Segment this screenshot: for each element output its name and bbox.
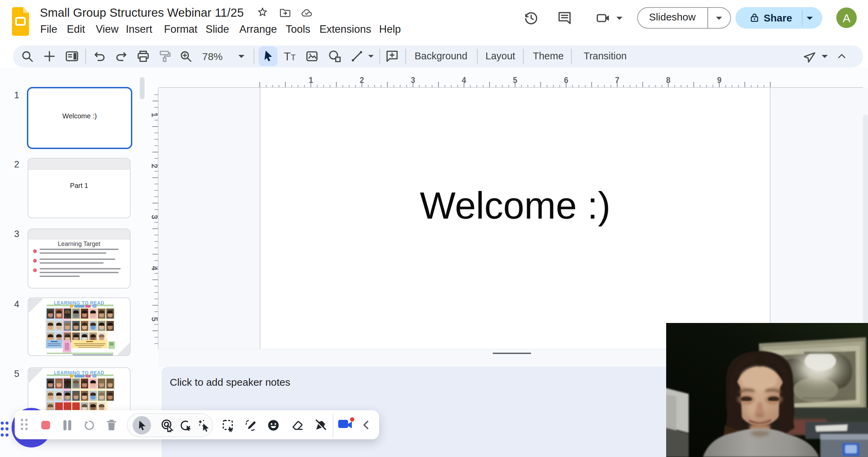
svg-text:8: 8: [666, 76, 671, 85]
svg-text:4: 4: [462, 76, 466, 85]
svg-text:4: 4: [150, 266, 159, 270]
svg-text:5: 5: [150, 317, 159, 322]
svg-text:3: 3: [150, 215, 159, 219]
svg-text:5: 5: [513, 76, 517, 85]
svg-text:7: 7: [615, 76, 619, 85]
svg-text:3: 3: [411, 76, 415, 85]
svg-text:2: 2: [360, 76, 364, 85]
svg-text:1: 1: [309, 76, 313, 85]
svg-text:1: 1: [150, 113, 159, 117]
svg-text:2: 2: [150, 164, 159, 168]
svg-text:6: 6: [564, 76, 568, 85]
svg-text:9: 9: [717, 76, 721, 85]
